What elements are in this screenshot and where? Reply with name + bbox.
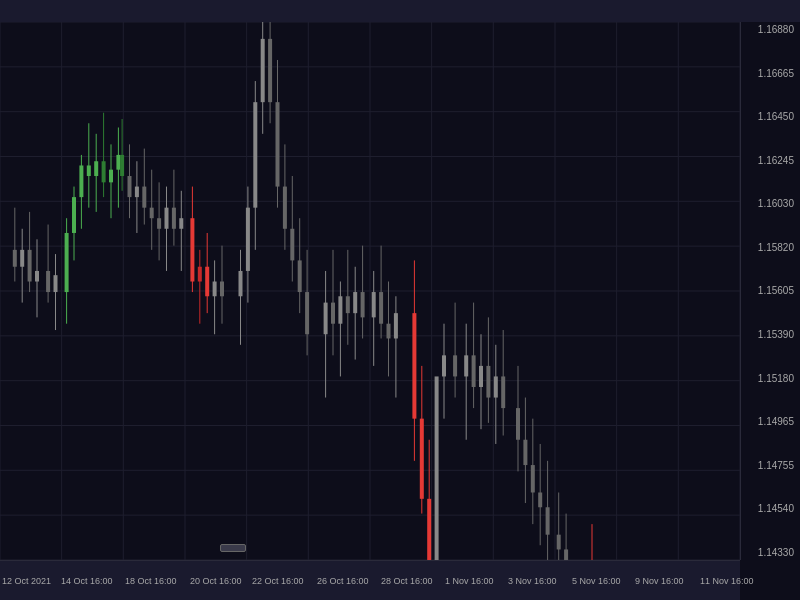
price-label: 1.14330 [743,547,798,558]
time-label: 12 Oct 2021 [2,576,51,586]
time-label: 14 Oct 16:00 [61,576,113,586]
price-label: 1.16880 [743,24,798,35]
chart-container: 1.168801.166651.164501.162451.160301.158… [0,0,800,600]
time-label: 5 Nov 16:00 [572,576,621,586]
time-label: 20 Oct 16:00 [190,576,242,586]
price-label: 1.15605 [743,285,798,296]
price-label: 1.14540 [743,503,798,514]
time-label: 26 Oct 16:00 [317,576,369,586]
header-bar [0,0,800,22]
time-label: 9 Nov 16:00 [635,576,684,586]
chart-area [0,22,740,560]
price-label: 1.14965 [743,416,798,427]
price-label: 1.16030 [743,198,798,209]
time-label: 1 Nov 16:00 [445,576,494,586]
price-label: 1.16245 [743,155,798,166]
price-axis: 1.168801.166651.164501.162451.160301.158… [740,22,800,560]
price-label: 1.15820 [743,242,798,253]
time-label: 18 Oct 16:00 [125,576,177,586]
price-label: 1.16450 [743,111,798,122]
time-axis: 12 Oct 202114 Oct 16:0018 Oct 16:0020 Oc… [0,560,740,600]
time-label: 11 Nov 16:00 [700,576,754,586]
stoch-button[interactable] [220,544,246,552]
price-label: 1.15390 [743,329,798,340]
price-label: 1.16665 [743,68,798,79]
chart-canvas [0,22,740,560]
price-label: 1.14755 [743,460,798,471]
time-label: 22 Oct 16:00 [252,576,304,586]
time-label: 3 Nov 16:00 [508,576,557,586]
time-label: 28 Oct 16:00 [381,576,433,586]
price-label: 1.15180 [743,373,798,384]
